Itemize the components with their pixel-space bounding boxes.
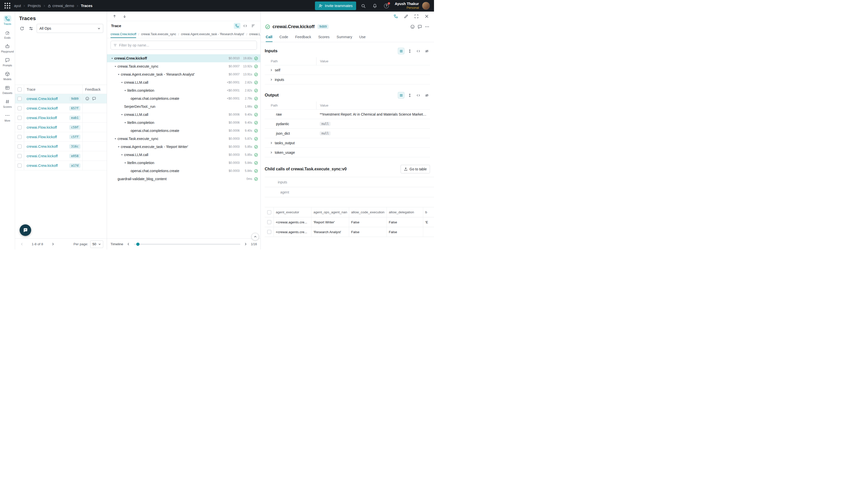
timeline-slider[interactable] bbox=[134, 244, 240, 245]
row-checkbox[interactable] bbox=[17, 97, 22, 101]
help-icon[interactable]: ? bbox=[382, 1, 391, 10]
op-filter-input[interactable] bbox=[119, 43, 254, 47]
sidebar-item-datasets[interactable]: Datasets bbox=[0, 83, 15, 96]
sidebar-item-playground[interactable]: Playground bbox=[0, 41, 15, 54]
path-tab[interactable]: crewai.Crew.kickoff bbox=[111, 31, 136, 38]
tree-node[interactable]: guardrail-validate_blog_content 0ms bbox=[107, 175, 260, 183]
tree-node[interactable]: crewai.LLM.call $0.0003 5.85s bbox=[107, 151, 260, 159]
add-note-icon[interactable] bbox=[92, 97, 96, 101]
row-checkbox[interactable] bbox=[17, 116, 22, 120]
caret-down-icon[interactable] bbox=[120, 112, 124, 117]
op-filter-field[interactable] bbox=[111, 41, 257, 50]
sidebar-item-scorers[interactable]: Scorers bbox=[0, 97, 15, 110]
prev-page-icon[interactable] bbox=[18, 241, 25, 247]
kv-row-inputs[interactable]: inputs bbox=[265, 75, 430, 84]
sidebar-item-more[interactable]: More bbox=[0, 110, 15, 124]
add-reaction-icon[interactable] bbox=[85, 97, 89, 101]
caret-down-icon[interactable] bbox=[123, 161, 127, 165]
invite-teammates-button[interactable]: Invite teammates bbox=[315, 1, 356, 10]
next-trace-icon[interactable] bbox=[122, 13, 127, 19]
code-view-icon[interactable] bbox=[242, 23, 248, 29]
table-row[interactable]: <crewai.agents.cre... 'Report Writer' Fa… bbox=[265, 217, 434, 227]
kv-row-token-usage[interactable]: token_usage bbox=[265, 148, 430, 157]
sidebar-item-evals[interactable]: Evals bbox=[0, 27, 15, 41]
code-view-icon[interactable] bbox=[415, 48, 421, 54]
refresh-icon[interactable] bbox=[18, 25, 25, 32]
kv-row-tasks-output[interactable]: tasks_output bbox=[265, 138, 430, 148]
hide-values-icon[interactable] bbox=[423, 48, 430, 54]
rows-view-icon[interactable] bbox=[398, 48, 404, 54]
trace-link[interactable]: crewai.Flow.kickoff bbox=[27, 135, 57, 139]
add-reaction-icon[interactable] bbox=[410, 24, 415, 29]
fullscreen-icon[interactable] bbox=[413, 13, 420, 19]
tree-view-icon[interactable] bbox=[234, 23, 240, 29]
sidebar-item-models[interactable]: Models bbox=[0, 69, 15, 82]
close-icon[interactable] bbox=[423, 13, 430, 19]
table-row[interactable]: crewai.Crew.kickoff316c bbox=[15, 142, 107, 151]
expand-chevron-icon[interactable] bbox=[270, 78, 273, 81]
sidebar-item-prompts[interactable]: Prompts bbox=[0, 55, 15, 68]
table-row[interactable]: crewai.Flow.kickoffc59f bbox=[15, 123, 107, 132]
table-row[interactable]: crewai.Flow.kickoffc5ff bbox=[15, 132, 107, 142]
row-checkbox[interactable] bbox=[17, 154, 22, 158]
sidebar-item-traces[interactable]: Traces bbox=[0, 14, 15, 27]
caret-down-icon[interactable] bbox=[110, 56, 114, 60]
path-tab[interactable]: crewai.Agent.execute_task - 'Research An… bbox=[181, 31, 244, 38]
breadcrumb-page[interactable]: Traces bbox=[81, 4, 92, 8]
trace-link[interactable]: crewai.Crew.kickoff bbox=[27, 97, 58, 101]
notifications-bell-icon[interactable] bbox=[371, 1, 379, 10]
breadcrumb-projects[interactable]: Projects bbox=[28, 4, 41, 8]
expand-chevron-icon[interactable] bbox=[270, 142, 273, 145]
account-menu[interactable]: Ayush Thakur Personal bbox=[395, 2, 419, 10]
kv-row-self[interactable]: self bbox=[265, 65, 430, 75]
table-row[interactable]: <crewai.agents.cre... 'Research Analyst'… bbox=[265, 227, 434, 237]
rows-view-icon[interactable] bbox=[398, 92, 404, 98]
timeline-next-icon[interactable] bbox=[243, 242, 248, 247]
row-checkbox[interactable] bbox=[267, 230, 271, 234]
ops-filter-select[interactable]: All Ops bbox=[37, 24, 103, 33]
overflow-menu-icon[interactable] bbox=[425, 24, 430, 29]
chat-support-button[interactable] bbox=[20, 224, 31, 236]
caret-down-icon[interactable] bbox=[120, 81, 124, 84]
trace-link[interactable]: crewai.Crew.kickoff bbox=[27, 145, 58, 148]
tree-node[interactable]: crewai.Agent.execute_task - 'Report Writ… bbox=[107, 143, 260, 151]
select-all-checkbox[interactable] bbox=[17, 87, 22, 92]
tree-node[interactable]: crewai.Task.execute_sync $0.0007 13.92s bbox=[107, 62, 260, 70]
trace-link[interactable]: crewai.Crew.kickoff bbox=[27, 163, 58, 168]
go-to-table-button[interactable]: Go to table bbox=[400, 165, 430, 173]
trace-link[interactable]: crewai.Crew.kickoff bbox=[27, 106, 58, 110]
tree-toggle-icon[interactable] bbox=[393, 13, 399, 19]
tree-node[interactable]: crewai.Task.execute_sync $0.0003 5.87s bbox=[107, 135, 260, 143]
timeline-slider-thumb[interactable] bbox=[136, 242, 140, 246]
timeline-prev-icon[interactable] bbox=[126, 242, 131, 247]
tree-node[interactable]: litellm.completion $0.0003 5.84s bbox=[107, 159, 260, 167]
search-icon[interactable] bbox=[359, 1, 368, 10]
expand-rows-icon[interactable] bbox=[406, 92, 413, 98]
table-row[interactable]: crewai.Crew.kickoffa17d bbox=[15, 161, 107, 170]
caret-down-icon[interactable] bbox=[120, 153, 124, 157]
avatar[interactable] bbox=[422, 2, 430, 10]
per-page-select[interactable]: 50 bbox=[90, 241, 103, 248]
tree-node[interactable]: openai.chat.completions.create $0.0006 9… bbox=[107, 126, 260, 135]
tab-code[interactable]: Code bbox=[280, 32, 288, 42]
path-tab[interactable]: crewai.Task.execute_sync bbox=[141, 31, 176, 38]
expand-chevron-icon[interactable] bbox=[270, 151, 273, 154]
scroll-top-button[interactable] bbox=[251, 233, 259, 241]
next-page-icon[interactable] bbox=[50, 241, 56, 247]
trace-link[interactable]: crewai.Crew.kickoff bbox=[27, 154, 58, 158]
caret-down-icon[interactable] bbox=[116, 72, 121, 76]
tree-node[interactable]: openai.chat.completions.create <$0.0001 … bbox=[107, 95, 260, 102]
path-tab[interactable]: crewai.LLM.call bbox=[249, 31, 260, 38]
select-all-checkbox[interactable] bbox=[267, 210, 271, 214]
code-view-icon[interactable] bbox=[415, 92, 421, 98]
tree-node[interactable]: litellm.completion $0.0006 9.40s bbox=[107, 119, 260, 126]
flamegraph-view-icon[interactable] bbox=[250, 23, 257, 29]
wandb-logo-icon[interactable] bbox=[4, 2, 11, 9]
trace-link[interactable]: crewai.Flow.kickoff bbox=[27, 116, 57, 120]
tab-call[interactable]: Call bbox=[266, 32, 273, 42]
tree-node[interactable]: crewai.LLM.call $0.0006 9.40s bbox=[107, 111, 260, 119]
tree-node[interactable]: crewai.Agent.execute_task - 'Research An… bbox=[107, 70, 260, 78]
row-checkbox[interactable] bbox=[17, 125, 22, 130]
row-checkbox[interactable] bbox=[17, 135, 22, 139]
row-checkbox[interactable] bbox=[17, 163, 22, 168]
